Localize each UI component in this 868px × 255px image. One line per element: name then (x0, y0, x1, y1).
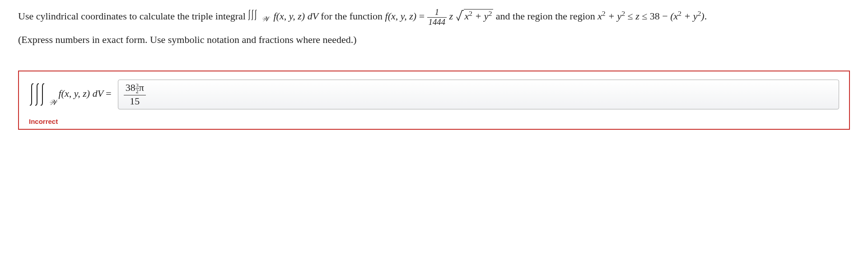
integral-subscript: 𝒲 (261, 15, 268, 23)
triple-integral-expr: 𝒲 f(x, y, z) dV (248, 10, 321, 22)
answer-lhs: 𝒲 f(x, y, z) dV = (29, 82, 112, 107)
entered-base: 38 (126, 82, 135, 93)
entered-den: 15 (128, 95, 141, 106)
integral-sub-w: 𝒲 (49, 98, 56, 107)
answer-input[interactable]: 3832π 15 (118, 80, 839, 109)
entered-fraction: 3832π 15 (124, 83, 146, 106)
prefix-text: Use cylindrical coordinates to calculate… (18, 10, 248, 22)
answer-box: 𝒲 f(x, y, z) dV = 3832π 15 Incorrect (18, 71, 850, 130)
problem-statement: Use cylindrical coordinates to calculate… (18, 8, 850, 48)
triple-integral-icon (29, 82, 51, 107)
coefficient-fraction: 1 1444 (427, 8, 447, 26)
after-integral-text: for the function (321, 10, 385, 22)
after-func-text: and the region (496, 10, 555, 22)
triple-integral-symbol (248, 8, 261, 26)
status-label: Incorrect (29, 118, 839, 125)
lhs-integrand: f(x, y, z) dV = (59, 88, 112, 99)
sqrt-symbol (456, 9, 464, 24)
answer-row: 𝒲 f(x, y, z) dV = 3832π 15 (29, 80, 839, 109)
region-expr: x2 + y2 ≤ z ≤ 38 − (x2 + y2). (597, 10, 707, 22)
region-prefix: the region (555, 10, 597, 22)
sqrt-body: x2 + y2 (464, 9, 494, 22)
entered-exponent: 32 (135, 83, 139, 94)
hint-text: (Express numbers in exact form. Use symb… (18, 34, 357, 45)
function-def: f(x, y, z) = 1 1444 z x2 + y2 (385, 10, 496, 22)
entered-tail: π (139, 82, 144, 93)
